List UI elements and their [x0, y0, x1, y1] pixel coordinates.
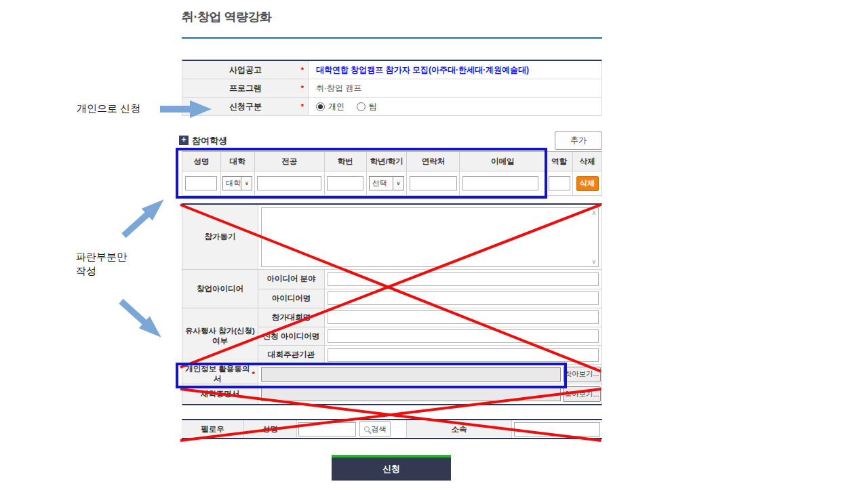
host-org-label: 대회주관기관: [258, 346, 325, 364]
highlight-box-consent-row: [176, 363, 567, 388]
idea-field-label: 아이디어 분야: [258, 270, 325, 289]
annotation-line: 작성: [76, 264, 127, 278]
required-asterisk: *: [301, 102, 304, 110]
applied-idea-input[interactable]: [328, 329, 599, 343]
business-notice-label: 사업공고 *: [182, 61, 309, 79]
similar-event-label: 유사행사 참가(신청)여부: [182, 308, 258, 364]
col-role: 역할: [546, 152, 573, 171]
annotation-line: 파란부분만: [76, 249, 127, 264]
applied-idea-label: 신청 아이디어명: [258, 327, 325, 346]
label-text: 신청구분: [229, 101, 262, 113]
apply-type-radio-group: 개인 팀: [309, 98, 601, 115]
radio-team[interactable]: [357, 102, 366, 111]
col-delete: 삭제: [573, 152, 602, 171]
title-underline: [182, 37, 602, 39]
motivation-row: 참가동기 ∧ ∨: [182, 205, 601, 270]
program-info-table: 사업공고 * 대학연합 창업캠프 참가자 모집(아주대·한세대·계원예술대) 프…: [182, 60, 602, 116]
scroll-up-icon[interactable]: ∧: [591, 209, 596, 216]
radio-individual-label: 개인: [328, 101, 344, 113]
idea-field-row: 아이디어 분야: [258, 270, 601, 289]
arrow-up-right-icon: [118, 193, 170, 243]
search-button-label: 검색: [372, 424, 387, 434]
annotation-blue-only-note: 파란부분만 작성: [76, 249, 127, 278]
scroll-down-icon[interactable]: ∨: [591, 258, 596, 265]
startup-idea-label: 창업아이디어: [182, 270, 258, 308]
table-row: 사업공고 * 대학연합 창업캠프 참가자 모집(아주대·한세대·계원예술대): [182, 61, 601, 79]
host-org-row: 대회주관기관: [258, 346, 601, 364]
fellow-table: 펠로우 성명 검색 소속: [182, 419, 602, 439]
program-value: 취·창업 캠프: [309, 79, 601, 97]
add-student-button[interactable]: 추가: [555, 131, 602, 150]
radio-individual[interactable]: [316, 102, 325, 111]
search-icon: [364, 426, 370, 432]
submit-button[interactable]: 신청: [332, 455, 451, 481]
table-row: 프로그램 * 취·창업 캠프: [182, 79, 601, 98]
business-notice-value: 대학연합 창업캠프 참가자 모집(아주대·한세대·계원예술대): [309, 61, 601, 79]
similar-event-group: 유사행사 참가(신청)여부 참가대회명 신청 아이디어명 대회주관기관: [182, 308, 601, 365]
student-section-title: 참여학생: [192, 135, 227, 147]
annotation-individual-note: 개인으로 신청: [77, 101, 140, 115]
table-row: 신청구분 * 개인 팀: [182, 98, 601, 116]
motivation-label: 참가동기: [182, 205, 258, 269]
label-text: 프로그램: [229, 83, 262, 94]
role-input[interactable]: [549, 176, 570, 190]
radio-team-label: 팀: [369, 101, 377, 113]
arrow-down-right-icon: [115, 295, 167, 344]
application-page: 취·창업 역량강화 사업공고 * 대학연합 창업캠프 참가자 모집(아주대·한세…: [0, 0, 868, 488]
delete-student-button[interactable]: 삭제: [576, 176, 599, 191]
required-asterisk: *: [301, 84, 304, 92]
applied-idea-row: 신청 아이디어명: [258, 327, 601, 346]
page-title: 취·창업 역량강화: [182, 9, 272, 25]
plus-icon: +: [179, 136, 189, 145]
program-label: 프로그램 *: [182, 79, 309, 97]
fellow-search-button[interactable]: 검색: [359, 421, 391, 437]
required-asterisk: *: [301, 66, 304, 74]
highlight-box-student-table: [176, 148, 547, 199]
idea-name-label: 아이디어명: [258, 289, 325, 308]
label-text: 사업공고: [229, 64, 262, 76]
